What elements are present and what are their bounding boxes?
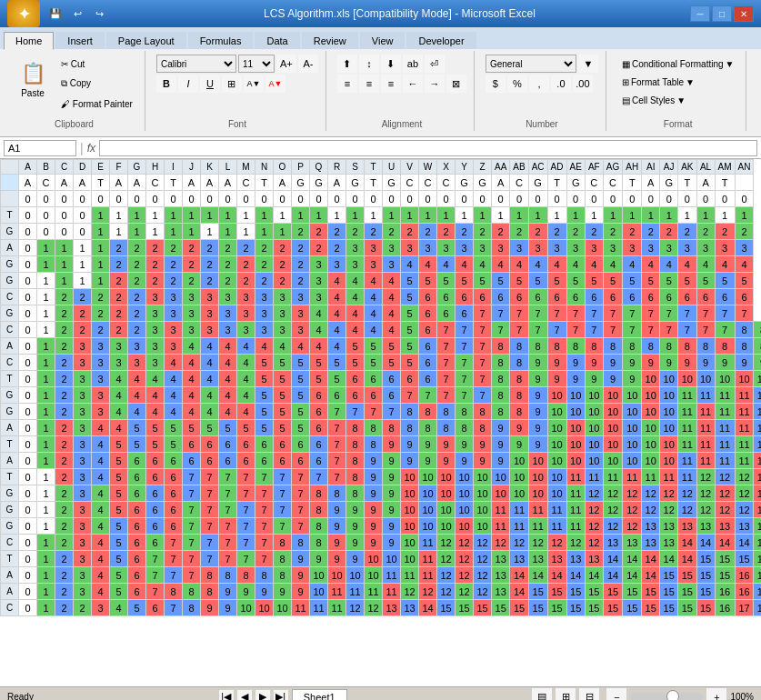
cell-20-36[interactable]: 12: [660, 502, 678, 518]
cell-16-5[interactable]: 4: [92, 436, 110, 453]
cell-6-23[interactable]: 5: [419, 273, 437, 289]
cell-20-20[interactable]: 9: [365, 502, 383, 518]
cell-9-28[interactable]: 7: [510, 322, 528, 338]
cell-6-21[interactable]: 4: [383, 273, 401, 289]
cell-15-35[interactable]: 10: [642, 420, 660, 436]
cell-3-27[interactable]: 2: [492, 224, 510, 240]
cell-4-38[interactable]: 3: [696, 240, 715, 256]
cell-1-12[interactable]: 0: [219, 191, 237, 207]
delete-btn[interactable]: − Delete ▼: [757, 75, 761, 93]
cell-19-18[interactable]: 8: [328, 485, 346, 502]
cell-4-7[interactable]: 2: [128, 240, 146, 256]
cell-17-15[interactable]: 6: [274, 453, 292, 469]
cell-10-11[interactable]: 4: [201, 338, 219, 355]
cell-22-24[interactable]: 12: [437, 535, 456, 551]
cell-12-2[interactable]: 1: [37, 371, 55, 387]
cell-1-15[interactable]: 0: [274, 191, 292, 207]
cell-12-11[interactable]: 4: [201, 371, 219, 387]
cell-9-6[interactable]: 2: [110, 322, 128, 338]
cell-3-30[interactable]: 2: [547, 224, 566, 240]
cell-5-18[interactable]: 3: [328, 256, 346, 273]
row-header-27[interactable]: C: [1, 600, 19, 616]
cell-5-17[interactable]: 3: [310, 256, 328, 273]
fill-color-btn[interactable]: A▼: [244, 75, 264, 93]
cell-2-40[interactable]: 1: [735, 207, 754, 224]
cell-17-19[interactable]: 8: [346, 453, 365, 469]
cell-9-5[interactable]: 2: [92, 322, 110, 338]
cell-17-25[interactable]: 9: [456, 453, 474, 469]
cell-21-21[interactable]: 9: [383, 518, 401, 535]
cell-16-3[interactable]: 2: [55, 436, 74, 453]
minimize-btn[interactable]: ─: [690, 5, 710, 22]
cell-0-28[interactable]: C: [510, 175, 528, 191]
cell-11-41[interactable]: 9: [754, 355, 761, 371]
cell-26-32[interactable]: 15: [585, 600, 603, 616]
row-header-20[interactable]: G: [1, 485, 19, 502]
cell-1-29[interactable]: 0: [528, 191, 547, 207]
cell-14-15[interactable]: 5: [274, 404, 292, 420]
cell-25-35[interactable]: 15: [642, 584, 660, 600]
cell-15-30[interactable]: 10: [547, 420, 566, 436]
cell-25-7[interactable]: 6: [128, 584, 146, 600]
decrease-decimal-btn[interactable]: .0: [551, 75, 571, 93]
cell-15-4[interactable]: 3: [74, 420, 92, 436]
cell-1-25[interactable]: 0: [456, 191, 474, 207]
cell-22-13[interactable]: 7: [237, 535, 255, 551]
cell-19-9[interactable]: 6: [165, 485, 183, 502]
cell-11-37[interactable]: 9: [678, 355, 696, 371]
page-layout-view-btn[interactable]: ⊞: [556, 688, 576, 701]
cell-24-14[interactable]: 8: [255, 567, 274, 584]
cell-17-41[interactable]: 12: [754, 453, 761, 469]
cell-4-31[interactable]: 3: [566, 240, 585, 256]
cell-14-10[interactable]: 4: [183, 404, 201, 420]
cell-13-29[interactable]: 9: [528, 387, 547, 404]
cell-5-36[interactable]: 4: [660, 256, 678, 273]
cell-21-29[interactable]: 11: [528, 518, 547, 535]
cell-19-16[interactable]: 7: [292, 485, 310, 502]
name-box[interactable]: [4, 140, 76, 156]
cell-17-16[interactable]: 6: [292, 453, 310, 469]
cell-9-18[interactable]: 4: [328, 322, 346, 338]
cell-13-5[interactable]: 3: [92, 387, 110, 404]
cell-12-20[interactable]: 6: [365, 371, 383, 387]
cell-11-35[interactable]: 9: [642, 355, 660, 371]
cell-5-9[interactable]: 2: [165, 256, 183, 273]
cell-16-27[interactable]: 9: [492, 436, 510, 453]
cell-19-8[interactable]: 6: [146, 485, 165, 502]
cell-8-20[interactable]: 4: [365, 305, 383, 322]
cell-23-23[interactable]: 11: [419, 551, 437, 567]
cell-19-34[interactable]: 12: [623, 485, 642, 502]
cell-22-20[interactable]: 9: [365, 535, 383, 551]
cell-16-25[interactable]: 9: [456, 436, 474, 453]
cell-13-35[interactable]: 10: [642, 387, 660, 404]
cell-23-29[interactable]: 13: [528, 551, 547, 567]
cell-0-15[interactable]: A: [274, 175, 292, 191]
cell-20-35[interactable]: 12: [642, 502, 660, 518]
cell-3-13[interactable]: 1: [237, 224, 255, 240]
cell-10-29[interactable]: 8: [528, 338, 547, 355]
cell-20-12[interactable]: 7: [219, 502, 237, 518]
cell-3-40[interactable]: 2: [735, 224, 754, 240]
cell-13-26[interactable]: 7: [474, 387, 492, 404]
cell-13-19[interactable]: 6: [346, 387, 365, 404]
cell-8-14[interactable]: 3: [255, 305, 274, 322]
cell-21-40[interactable]: 13: [735, 518, 754, 535]
cell-26-36[interactable]: 15: [660, 600, 678, 616]
cell-0-40[interactable]: [735, 175, 754, 191]
cell-3-28[interactable]: 2: [510, 224, 528, 240]
cell-11-34[interactable]: 9: [623, 355, 642, 371]
cell-2-39[interactable]: 1: [715, 207, 735, 224]
cell-22-30[interactable]: 12: [547, 535, 566, 551]
cell-14-17[interactable]: 6: [310, 404, 328, 420]
cell-18-22[interactable]: 10: [401, 469, 419, 485]
cell-16-29[interactable]: 9: [528, 436, 547, 453]
cell-18-38[interactable]: 12: [696, 469, 715, 485]
cell-16-20[interactable]: 8: [365, 436, 383, 453]
cell-3-29[interactable]: 2: [528, 224, 547, 240]
cell-1-11[interactable]: 0: [201, 191, 219, 207]
cell-12-22[interactable]: 6: [401, 371, 419, 387]
cell-19-35[interactable]: 12: [642, 485, 660, 502]
cell-0-38[interactable]: A: [696, 175, 715, 191]
cell-25-36[interactable]: 15: [660, 584, 678, 600]
cell-18-33[interactable]: 11: [603, 469, 622, 485]
